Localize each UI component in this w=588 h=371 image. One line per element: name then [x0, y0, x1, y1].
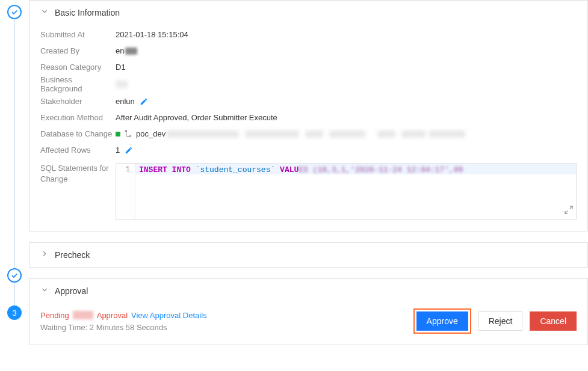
field-label: Submitted At: [40, 30, 116, 39]
database-value: poc_dev: [116, 129, 465, 138]
svg-line-3: [565, 210, 568, 213]
branch-icon: [124, 130, 132, 138]
precheck-panel: Precheck: [29, 242, 588, 268]
approve-button[interactable]: Approve: [416, 311, 468, 331]
approval-word: Approval: [97, 311, 128, 320]
step-2-check-icon: [7, 268, 22, 283]
basic-information-header[interactable]: Basic Information: [29, 1, 587, 24]
created-by-value: en: [116, 46, 137, 55]
precheck-header[interactable]: Precheck: [29, 243, 587, 266]
line-number: 1: [116, 164, 135, 219]
panel-title: Basic Information: [55, 8, 120, 17]
field-label: Reason Category: [40, 63, 116, 72]
reject-button[interactable]: Reject: [478, 311, 523, 331]
reason-category-value: D1: [116, 63, 126, 72]
panel-title: Approval: [55, 286, 88, 296]
approval-header[interactable]: Approval: [29, 279, 587, 302]
chevron-right-icon: [40, 250, 49, 260]
redacted-approver: [73, 311, 93, 319]
field-label: Database to Change: [40, 129, 116, 138]
step-3-number: 3: [7, 305, 22, 320]
business-background-value: [116, 81, 128, 88]
sql-content: INSERT INTO `student_courses` VALUES (18…: [135, 164, 576, 219]
approve-highlight: Approve: [413, 308, 471, 334]
cancel-button[interactable]: Cancel: [530, 311, 577, 331]
waiting-time: Waiting Time: 2 Minutes 58 Seconds: [40, 323, 207, 332]
sql-editor[interactable]: 1 INSERT INTO `student_courses` VALUES (…: [116, 163, 577, 220]
edit-affected-rows-icon[interactable]: [125, 146, 133, 155]
field-label: Execution Method: [40, 113, 116, 122]
status-dot-icon: [116, 132, 120, 136]
stakeholder-value: enlun: [116, 97, 148, 106]
chevron-down-icon: [40, 286, 49, 296]
step-timeline: 3: [0, 0, 29, 371]
svg-point-1: [129, 135, 131, 136]
approval-panel: Approval Pending Approval View Approval …: [29, 278, 588, 345]
step-1-check-icon: [7, 5, 22, 19]
field-label: Created By: [40, 46, 116, 55]
field-label: Affected Rows: [40, 146, 116, 155]
edit-stakeholder-icon[interactable]: [140, 97, 148, 106]
execution-method-value: After Audit Approved, Order Submitter Ex…: [116, 113, 277, 122]
pending-status: Pending: [40, 311, 69, 320]
basic-information-panel: Basic Information Submitted At 2021-01-1…: [29, 0, 588, 231]
chevron-down-icon: [40, 7, 49, 17]
submitted-at-value: 2021-01-18 15:15:04: [116, 30, 188, 39]
field-label: Stakeholder: [40, 97, 116, 106]
field-label: SQL Statements for Change: [40, 163, 116, 185]
affected-rows-value: 1: [116, 146, 133, 155]
view-approval-details-link[interactable]: View Approval Details: [131, 311, 207, 320]
panel-title: Precheck: [55, 250, 90, 260]
svg-line-2: [569, 206, 572, 209]
expand-icon[interactable]: [564, 205, 574, 217]
field-label: Business Background: [40, 75, 116, 93]
